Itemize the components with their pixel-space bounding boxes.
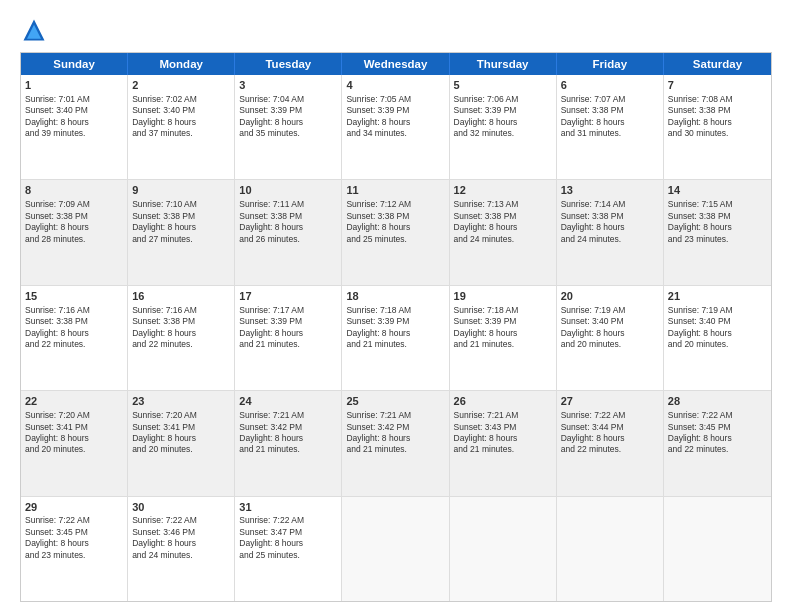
day-cell-30: 30Sunrise: 7:22 AM Sunset: 3:46 PM Dayli… xyxy=(128,497,235,601)
day-info: Sunrise: 7:13 AM Sunset: 3:38 PM Dayligh… xyxy=(454,199,552,245)
day-info: Sunrise: 7:21 AM Sunset: 3:42 PM Dayligh… xyxy=(239,410,337,456)
day-info: Sunrise: 7:21 AM Sunset: 3:43 PM Dayligh… xyxy=(454,410,552,456)
day-info: Sunrise: 7:22 AM Sunset: 3:47 PM Dayligh… xyxy=(239,515,337,561)
day-info: Sunrise: 7:02 AM Sunset: 3:40 PM Dayligh… xyxy=(132,94,230,140)
day-info: Sunrise: 7:04 AM Sunset: 3:39 PM Dayligh… xyxy=(239,94,337,140)
day-info: Sunrise: 7:18 AM Sunset: 3:39 PM Dayligh… xyxy=(454,305,552,351)
page: SundayMondayTuesdayWednesdayThursdayFrid… xyxy=(0,0,792,612)
day-number: 26 xyxy=(454,394,552,409)
day-info: Sunrise: 7:22 AM Sunset: 3:45 PM Dayligh… xyxy=(668,410,767,456)
empty-cell-4-3 xyxy=(342,497,449,601)
day-number: 4 xyxy=(346,78,444,93)
day-number: 10 xyxy=(239,183,337,198)
header xyxy=(20,16,772,44)
day-cell-3: 3Sunrise: 7:04 AM Sunset: 3:39 PM Daylig… xyxy=(235,75,342,179)
day-cell-14: 14Sunrise: 7:15 AM Sunset: 3:38 PM Dayli… xyxy=(664,180,771,284)
calendar-row-0: 1Sunrise: 7:01 AM Sunset: 3:40 PM Daylig… xyxy=(21,75,771,179)
day-cell-7: 7Sunrise: 7:08 AM Sunset: 3:38 PM Daylig… xyxy=(664,75,771,179)
day-number: 29 xyxy=(25,500,123,515)
day-number: 21 xyxy=(668,289,767,304)
day-info: Sunrise: 7:14 AM Sunset: 3:38 PM Dayligh… xyxy=(561,199,659,245)
calendar-row-3: 22Sunrise: 7:20 AM Sunset: 3:41 PM Dayli… xyxy=(21,390,771,495)
day-number: 1 xyxy=(25,78,123,93)
day-info: Sunrise: 7:01 AM Sunset: 3:40 PM Dayligh… xyxy=(25,94,123,140)
day-info: Sunrise: 7:09 AM Sunset: 3:38 PM Dayligh… xyxy=(25,199,123,245)
day-number: 24 xyxy=(239,394,337,409)
day-number: 16 xyxy=(132,289,230,304)
day-cell-27: 27Sunrise: 7:22 AM Sunset: 3:44 PM Dayli… xyxy=(557,391,664,495)
header-day-wednesday: Wednesday xyxy=(342,53,449,75)
day-info: Sunrise: 7:16 AM Sunset: 3:38 PM Dayligh… xyxy=(132,305,230,351)
day-info: Sunrise: 7:22 AM Sunset: 3:46 PM Dayligh… xyxy=(132,515,230,561)
calendar-row-4: 29Sunrise: 7:22 AM Sunset: 3:45 PM Dayli… xyxy=(21,496,771,601)
day-info: Sunrise: 7:15 AM Sunset: 3:38 PM Dayligh… xyxy=(668,199,767,245)
day-info: Sunrise: 7:11 AM Sunset: 3:38 PM Dayligh… xyxy=(239,199,337,245)
day-info: Sunrise: 7:19 AM Sunset: 3:40 PM Dayligh… xyxy=(668,305,767,351)
calendar-body: 1Sunrise: 7:01 AM Sunset: 3:40 PM Daylig… xyxy=(21,75,771,601)
day-number: 2 xyxy=(132,78,230,93)
day-info: Sunrise: 7:06 AM Sunset: 3:39 PM Dayligh… xyxy=(454,94,552,140)
logo xyxy=(20,16,52,44)
day-info: Sunrise: 7:16 AM Sunset: 3:38 PM Dayligh… xyxy=(25,305,123,351)
day-cell-12: 12Sunrise: 7:13 AM Sunset: 3:38 PM Dayli… xyxy=(450,180,557,284)
day-number: 9 xyxy=(132,183,230,198)
day-cell-26: 26Sunrise: 7:21 AM Sunset: 3:43 PM Dayli… xyxy=(450,391,557,495)
day-cell-21: 21Sunrise: 7:19 AM Sunset: 3:40 PM Dayli… xyxy=(664,286,771,390)
header-day-monday: Monday xyxy=(128,53,235,75)
day-cell-4: 4Sunrise: 7:05 AM Sunset: 3:39 PM Daylig… xyxy=(342,75,449,179)
day-cell-24: 24Sunrise: 7:21 AM Sunset: 3:42 PM Dayli… xyxy=(235,391,342,495)
day-number: 20 xyxy=(561,289,659,304)
day-cell-11: 11Sunrise: 7:12 AM Sunset: 3:38 PM Dayli… xyxy=(342,180,449,284)
day-cell-31: 31Sunrise: 7:22 AM Sunset: 3:47 PM Dayli… xyxy=(235,497,342,601)
day-number: 15 xyxy=(25,289,123,304)
day-info: Sunrise: 7:07 AM Sunset: 3:38 PM Dayligh… xyxy=(561,94,659,140)
day-cell-29: 29Sunrise: 7:22 AM Sunset: 3:45 PM Dayli… xyxy=(21,497,128,601)
day-number: 19 xyxy=(454,289,552,304)
header-day-saturday: Saturday xyxy=(664,53,771,75)
header-day-thursday: Thursday xyxy=(450,53,557,75)
day-cell-15: 15Sunrise: 7:16 AM Sunset: 3:38 PM Dayli… xyxy=(21,286,128,390)
day-info: Sunrise: 7:22 AM Sunset: 3:45 PM Dayligh… xyxy=(25,515,123,561)
logo-icon xyxy=(20,16,48,44)
day-number: 30 xyxy=(132,500,230,515)
day-number: 27 xyxy=(561,394,659,409)
day-number: 13 xyxy=(561,183,659,198)
day-number: 7 xyxy=(668,78,767,93)
day-cell-9: 9Sunrise: 7:10 AM Sunset: 3:38 PM Daylig… xyxy=(128,180,235,284)
day-cell-22: 22Sunrise: 7:20 AM Sunset: 3:41 PM Dayli… xyxy=(21,391,128,495)
day-info: Sunrise: 7:20 AM Sunset: 3:41 PM Dayligh… xyxy=(25,410,123,456)
day-cell-23: 23Sunrise: 7:20 AM Sunset: 3:41 PM Dayli… xyxy=(128,391,235,495)
day-info: Sunrise: 7:12 AM Sunset: 3:38 PM Dayligh… xyxy=(346,199,444,245)
day-cell-5: 5Sunrise: 7:06 AM Sunset: 3:39 PM Daylig… xyxy=(450,75,557,179)
day-info: Sunrise: 7:10 AM Sunset: 3:38 PM Dayligh… xyxy=(132,199,230,245)
day-cell-6: 6Sunrise: 7:07 AM Sunset: 3:38 PM Daylig… xyxy=(557,75,664,179)
day-number: 17 xyxy=(239,289,337,304)
day-number: 23 xyxy=(132,394,230,409)
day-info: Sunrise: 7:20 AM Sunset: 3:41 PM Dayligh… xyxy=(132,410,230,456)
day-cell-19: 19Sunrise: 7:18 AM Sunset: 3:39 PM Dayli… xyxy=(450,286,557,390)
calendar-row-2: 15Sunrise: 7:16 AM Sunset: 3:38 PM Dayli… xyxy=(21,285,771,390)
day-number: 11 xyxy=(346,183,444,198)
day-number: 18 xyxy=(346,289,444,304)
day-number: 5 xyxy=(454,78,552,93)
empty-cell-4-5 xyxy=(557,497,664,601)
day-info: Sunrise: 7:22 AM Sunset: 3:44 PM Dayligh… xyxy=(561,410,659,456)
calendar: SundayMondayTuesdayWednesdayThursdayFrid… xyxy=(20,52,772,602)
day-number: 3 xyxy=(239,78,337,93)
day-info: Sunrise: 7:17 AM Sunset: 3:39 PM Dayligh… xyxy=(239,305,337,351)
day-number: 25 xyxy=(346,394,444,409)
day-number: 14 xyxy=(668,183,767,198)
day-cell-25: 25Sunrise: 7:21 AM Sunset: 3:42 PM Dayli… xyxy=(342,391,449,495)
day-cell-2: 2Sunrise: 7:02 AM Sunset: 3:40 PM Daylig… xyxy=(128,75,235,179)
day-number: 28 xyxy=(668,394,767,409)
day-info: Sunrise: 7:18 AM Sunset: 3:39 PM Dayligh… xyxy=(346,305,444,351)
header-day-friday: Friday xyxy=(557,53,664,75)
day-cell-28: 28Sunrise: 7:22 AM Sunset: 3:45 PM Dayli… xyxy=(664,391,771,495)
day-cell-18: 18Sunrise: 7:18 AM Sunset: 3:39 PM Dayli… xyxy=(342,286,449,390)
calendar-header: SundayMondayTuesdayWednesdayThursdayFrid… xyxy=(21,53,771,75)
day-number: 31 xyxy=(239,500,337,515)
day-number: 12 xyxy=(454,183,552,198)
day-cell-10: 10Sunrise: 7:11 AM Sunset: 3:38 PM Dayli… xyxy=(235,180,342,284)
day-cell-8: 8Sunrise: 7:09 AM Sunset: 3:38 PM Daylig… xyxy=(21,180,128,284)
day-number: 6 xyxy=(561,78,659,93)
